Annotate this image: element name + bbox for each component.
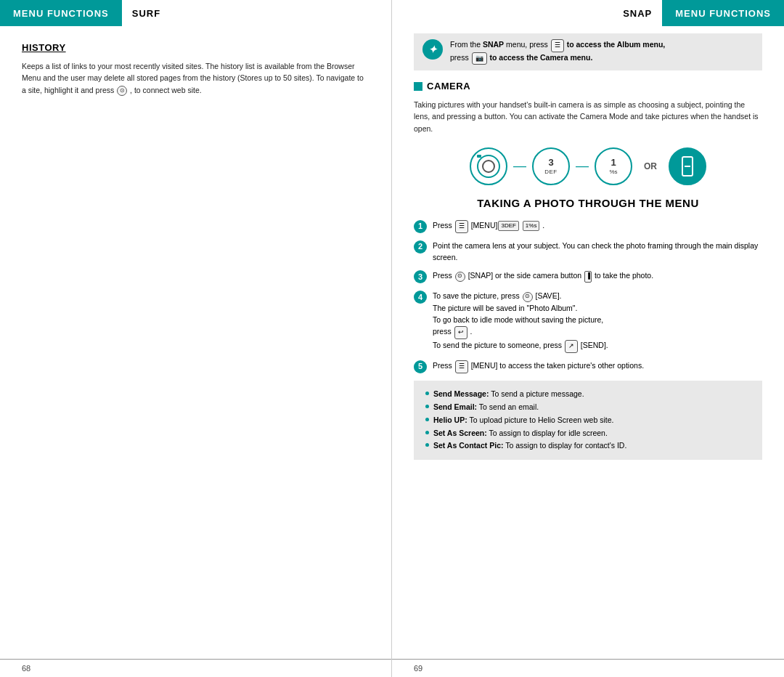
history-section-title: HISTORY [22,42,369,53]
right-header: SNAP MENU FUNCTIONS [392,0,784,26]
surf-tab: SURF [122,0,171,26]
bullet-dot-2 [425,405,429,408]
arrow-connector-1: — [513,158,526,174]
bullet-dot-5 [425,443,429,447]
info-box: ✦ From the SNAP menu, press ☰ to access … [414,33,762,70]
snap-circle-icon: ⊙ [455,272,465,282]
step-4-number: 4 [414,291,427,304]
side-cam-btn-icon: ▐ [584,271,592,283]
taking-photo-title: TAKING A PHOTO THROUGH THE MENU [414,197,762,209]
menu-press-icon-5: ☰ [455,360,468,373]
camera-section-title: CAMERA [414,81,762,92]
history-body-text: Keeps a list of links to your most recen… [22,60,369,96]
left-menu-functions-label: MENU FUNCTIONS [13,8,109,19]
right-footer: 69 [392,659,784,677]
step-2-content: Point the camera lens at your subject. Y… [433,240,762,264]
key-3def: 3DEF [498,221,518,231]
left-page: MENU FUNCTIONS SURF HISTORY Keeps a list… [0,0,392,677]
left-content-area: HISTORY Keeps a list of links to your mo… [0,26,391,659]
step-4: 4 To save the picture, press ⊙ [SAVE]. T… [414,290,762,353]
info-box-text: From the SNAP menu, press ☰ to access th… [450,39,665,65]
steps-list: 1 Press ☰ [MENU]3DEF 1%s . 2 Point the c… [414,219,762,373]
left-page-number: 68 [22,664,30,673]
surf-label: SURF [132,8,160,19]
back-btn-icon: ↩ [454,326,467,339]
info-icon: ✦ [422,39,443,60]
camera-btn-icon: 📷 [472,52,487,65]
step-2-number: 2 [414,240,427,254]
menu-press-icon: ☰ [455,220,468,233]
left-header: MENU FUNCTIONS SURF [0,0,391,26]
key-1: 1%s [523,221,540,231]
send-btn-icon: ↗ [565,340,578,353]
bullet-dot-3 [425,418,429,421]
right-page-number: 69 [414,664,422,673]
camera-body-text: Taking pictures with your handset's buil… [414,99,762,134]
bullet-options-box: Send Message: To send a picture message.… [414,381,762,460]
camera-icons-row: — 3 DEF — 1 %s OR [414,147,762,185]
side-button-circle [669,147,706,185]
bullet-set-contact: Set As Contact Pic: To assign to display… [425,439,751,453]
page-spread: MENU FUNCTIONS SURF HISTORY Keeps a list… [0,0,784,677]
step-2: 2 Point the camera lens at your subject.… [414,240,762,264]
bullet-dot-4 [425,431,429,434]
right-content-area: ✦ From the SNAP menu, press ☰ to access … [392,26,784,659]
step-5-content: Press ☰ [MENU] to access the taken pictu… [433,360,762,373]
snap-label: SNAP [623,8,652,19]
right-menu-functions-tab: MENU FUNCTIONS [662,0,784,26]
camera-title-text: CAMERA [427,81,470,92]
menu-btn-icon: ☰ [551,39,564,52]
save-circle-icon: ⊙ [523,292,533,302]
three-def-key-circle: 3 DEF [532,147,570,185]
step-1: 1 Press ☰ [MENU]3DEF 1%s . [414,219,762,233]
step-5-number: 5 [414,360,427,373]
step-5: 5 Press ☰ [MENU] to access the taken pic… [414,360,762,373]
bullet-dot-1 [425,392,429,395]
step-1-number: 1 [414,220,427,233]
bullet-send-message: Send Message: To send a picture message. [425,388,751,401]
step-1-content: Press ☰ [MENU]3DEF 1%s . [433,219,762,233]
right-menu-functions-label: MENU FUNCTIONS [675,8,771,19]
snap-tab: SNAP [613,0,662,26]
nav-button-icon: ⊙ [117,86,127,96]
right-page: SNAP MENU FUNCTIONS ✦ From the SNAP menu… [392,0,784,677]
step-3-number: 3 [414,270,427,283]
or-label: OR [644,161,657,171]
step-4-content: To save the picture, press ⊙ [SAVE]. The… [433,290,762,353]
one-key-circle: 1 %s [595,147,632,185]
bullet-send-email: Send Email: To send an email. [425,401,751,414]
bullet-set-screen: Set As Screen: To assign to display for … [425,427,751,440]
step-3: 3 Press ⊙ [SNAP] or the side camera butt… [414,269,762,283]
arrow-connector-2: — [576,158,589,174]
left-footer: 68 [0,659,391,677]
camera-lens-circle [470,147,507,185]
left-menu-functions-tab: MENU FUNCTIONS [0,0,122,26]
camera-square-icon [414,82,422,91]
bullet-helio-up: Helio UP: To upload picture to Helio Scr… [425,414,751,427]
step-3-content: Press ⊙ [SNAP] or the side camera button… [433,269,762,282]
